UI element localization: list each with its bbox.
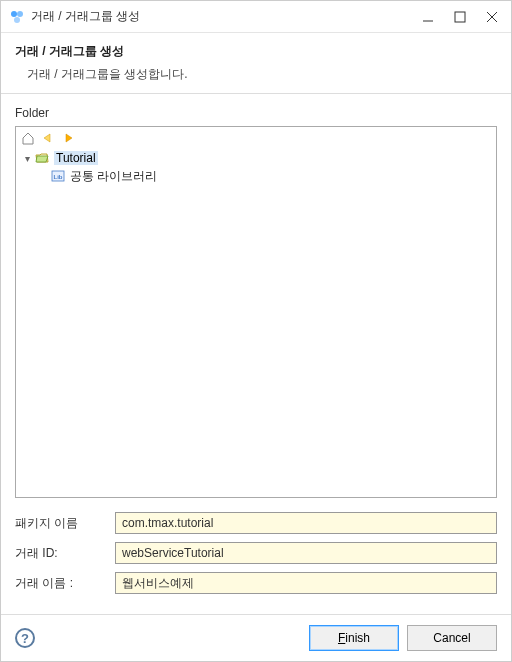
- help-button[interactable]: ?: [15, 628, 35, 648]
- app-icon: [9, 9, 25, 25]
- tree-node-tutorial[interactable]: ▾ Tutorial: [20, 149, 492, 167]
- tx-id-label: 거래 ID:: [15, 545, 115, 562]
- help-icon: ?: [21, 631, 29, 646]
- home-icon[interactable]: [20, 130, 36, 146]
- package-name-label: 패키지 이름: [15, 515, 115, 532]
- tree-node-label: Tutorial: [54, 151, 98, 165]
- svg-point-0: [11, 11, 17, 17]
- svg-text:Lib: Lib: [54, 174, 63, 180]
- maximize-icon[interactable]: [453, 10, 467, 24]
- cancel-button[interactable]: Cancel: [407, 625, 497, 651]
- tree-node-common-lib[interactable]: Lib 공통 라이브러리: [20, 167, 492, 185]
- tx-name-label: 거래 이름 :: [15, 575, 115, 592]
- minimize-icon[interactable]: [421, 10, 435, 24]
- finish-label-suffix: inish: [345, 631, 370, 645]
- tree-expander-icon[interactable]: ▾: [20, 153, 34, 164]
- window-title: 거래 / 거래그룹 생성: [31, 8, 421, 25]
- forward-arrow-icon[interactable]: [60, 130, 76, 146]
- titlebar: 거래 / 거래그룹 생성: [1, 1, 511, 33]
- dialog-content: Folder ▾ Tutorial: [1, 94, 511, 614]
- dialog-description: 거래 / 거래그룹을 생성합니다.: [15, 66, 497, 83]
- tx-id-field[interactable]: [115, 542, 497, 564]
- svg-point-1: [17, 11, 23, 17]
- dialog-header: 거래 / 거래그룹 생성 거래 / 거래그룹을 생성합니다.: [1, 33, 511, 94]
- back-arrow-icon[interactable]: [40, 130, 56, 146]
- footer-buttons: Finish Cancel: [309, 625, 497, 651]
- tx-name-field[interactable]: [115, 572, 497, 594]
- package-name-field[interactable]: [115, 512, 497, 534]
- form-area: 패키지 이름 거래 ID: 거래 이름 :: [15, 512, 497, 602]
- library-icon: Lib: [50, 168, 66, 184]
- svg-rect-4: [455, 12, 465, 22]
- form-row-package: 패키지 이름: [15, 512, 497, 534]
- folder-tree: ▾ Tutorial Lib 공통 라이브러리: [15, 126, 497, 498]
- tree-toolbar: [16, 127, 496, 149]
- svg-point-2: [14, 17, 20, 23]
- finish-button[interactable]: Finish: [309, 625, 399, 651]
- form-row-tx-id: 거래 ID:: [15, 542, 497, 564]
- dialog-title: 거래 / 거래그룹 생성: [15, 43, 497, 60]
- dialog-footer: ? Finish Cancel: [1, 614, 511, 661]
- close-icon[interactable]: [485, 10, 499, 24]
- tree-content: ▾ Tutorial Lib 공통 라이브러리: [16, 149, 496, 497]
- folder-open-icon: [34, 150, 50, 166]
- titlebar-controls: [421, 10, 503, 24]
- form-row-tx-name: 거래 이름 :: [15, 572, 497, 594]
- folder-label: Folder: [15, 106, 497, 120]
- tree-node-label: 공통 라이브러리: [70, 168, 157, 185]
